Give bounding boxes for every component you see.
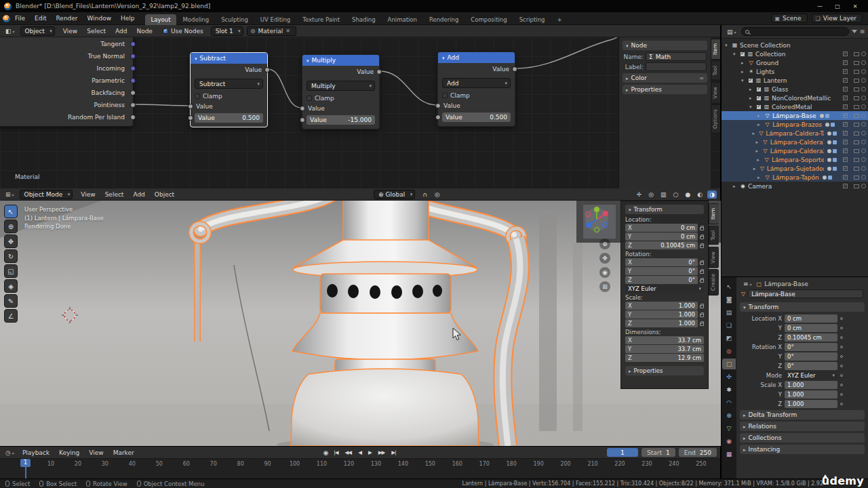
disable-render-icon[interactable] [861,140,866,144]
transport-button[interactable]: ◀◀ [344,449,353,456]
shading-icon[interactable]: ◑ [707,190,717,199]
disable-viewport-icon[interactable] [854,184,859,188]
row-label[interactable]: Lámpara-Soporte [772,157,824,163]
exclude-checkbox[interactable] [843,157,848,162]
row-label[interactable]: Lámpara-Tapón [772,174,819,181]
disable-viewport-icon[interactable] [854,114,859,118]
scale-field[interactable]: X1.000 [625,302,698,310]
presets-icon[interactable]: ≡ [699,75,704,81]
properties-tab[interactable]: ▤ [722,307,736,318]
workspace-tab[interactable]: Layout [145,14,177,25]
disable-viewport-icon[interactable] [854,79,859,83]
exclude-checkbox[interactable] [843,148,848,153]
transform-value-field[interactable]: 0° [785,362,837,370]
properties-tab[interactable]: ⊛ [722,410,736,421]
workspace-tab[interactable]: Compositing [465,14,513,25]
properties-tab[interactable]: ✣ [722,371,736,382]
disable-render-icon[interactable] [861,122,866,127]
shader-type-select[interactable]: Object [20,26,55,36]
lock-icon[interactable] [700,279,704,283]
animate-decorator[interactable] [840,346,843,348]
transform-value-field[interactable]: 1.000 [785,390,837,399]
value-output-socket[interactable] [264,67,270,73]
transport-button[interactable]: ▶| [390,449,397,456]
disable-viewport-icon[interactable] [854,131,859,136]
lock-icon[interactable] [700,262,704,265]
expand-caret-icon[interactable]: ▸ [757,175,762,180]
location-field[interactable]: X0 cm [625,224,698,232]
tool-button[interactable]: ⊕ [4,220,18,233]
math-node[interactable]: Add Value Add Clamp Value [437,52,515,127]
nav-button[interactable]: ⊞ [599,281,610,292]
shading-icon[interactable]: ✛ [635,190,644,199]
animate-decorator[interactable] [840,374,843,377]
use-nodes-checkbox[interactable]: Use Nodes [163,28,203,35]
node-name-field[interactable]: Σ Math [646,52,707,61]
node-canvas[interactable]: Tangent True Normal Incoming Par [0,37,720,188]
transform-orientation-select[interactable]: ⊕ Global [374,190,415,199]
collection-checkbox[interactable] [740,52,745,57]
start-frame-field[interactable]: Start 1 [642,448,675,457]
sidebar-tab[interactable]: Tool [711,61,720,81]
lock-icon[interactable] [700,236,704,239]
workspace-tab[interactable]: Animation [382,14,423,25]
output-socket[interactable] [130,66,136,71]
lock-icon[interactable] [700,314,704,317]
animate-decorator[interactable] [840,365,843,367]
outliner-row[interactable]: ▸ ▽ Lámpara-Caldera1 [722,138,868,146]
workspace-tab[interactable]: Texture Paint [296,14,346,25]
collapsed-panel-header[interactable]: Instancing [740,445,865,454]
sidebar-tab[interactable]: View [711,82,720,104]
filter-icon[interactable] [852,30,857,33]
transform-value-field[interactable]: 1.000 [785,381,837,389]
transform-value-field[interactable]: XYZ Euler [785,371,837,380]
object-name-field[interactable]: Lámpara-Base [748,289,863,298]
viewport-toggle-icon[interactable]: ∩ [420,190,429,199]
row-label[interactable]: Lámpara-Sujetadores [767,165,824,172]
outliner-row[interactable]: ▾ ▥ Lantern [722,76,868,85]
expand-caret-icon[interactable]: ▸ [757,113,762,119]
properties-tab[interactable]: ▽ [722,423,736,434]
view-layer-selector[interactable]: ❏ View Layer [812,14,863,23]
output-socket[interactable] [130,90,136,96]
collection-checkbox[interactable] [756,104,762,110]
disable-viewport-icon[interactable] [854,176,859,180]
properties-tab[interactable]: ▦ [722,449,736,460]
outliner-row[interactable]: ▸ ▽ Lámpara-Brazos [722,120,868,129]
sidebar-tab[interactable]: View [709,247,719,268]
editor-type-icon[interactable]: ▤ [725,28,738,35]
location-field[interactable]: Z0.10045 cm [625,241,698,249]
workspace-tab[interactable]: Sculpting [215,14,254,25]
tool-button[interactable]: ↻ [4,249,18,263]
topbar-menu[interactable]: Help [116,14,140,23]
row-label[interactable]: Lights [756,68,774,75]
clamp-checkbox[interactable]: Clamp [442,91,511,100]
exclude-checkbox[interactable] [843,104,848,109]
row-label[interactable]: Camera [748,183,772,190]
collection-checkbox[interactable] [756,87,762,92]
unlink-icon[interactable]: ✕ [285,28,290,34]
expand-caret-icon[interactable]: ▾ [749,104,754,110]
rotation-mode-select[interactable]: XYZ Euler [625,285,704,293]
outliner-row[interactable]: ▸ ▽ Ground [722,58,868,67]
collapsed-panel-header[interactable]: Collections [740,433,865,443]
disable-render-icon[interactable] [861,96,866,100]
timeline-menu[interactable]: Keying [54,448,84,458]
row-label[interactable]: Scene Collection [740,42,791,49]
viewport-canvas[interactable]: User Perspective(1) Lantern | Lámpara-Ba… [0,201,721,446]
disable-render-icon[interactable] [861,60,866,65]
disable-viewport-icon[interactable] [854,105,859,109]
disable-render-icon[interactable] [861,113,866,118]
expand-caret-icon[interactable]: ▾ [725,43,730,48]
expand-caret-icon[interactable]: ▸ [749,87,754,92]
sidebar-tab[interactable]: Item [711,39,720,60]
shading-icon[interactable]: ▥ [658,190,669,199]
shading-icon[interactable]: ◐ [695,190,705,199]
value-input-socket[interactable] [435,115,441,120]
expand-caret-icon[interactable]: ▸ [741,60,746,66]
scale-field[interactable]: Y1.000 [625,310,698,319]
tool-button[interactable]: ↖ [4,205,18,218]
shader-menu[interactable]: Add [111,26,132,36]
node-panel-header[interactable]: Node [623,41,707,50]
viewport-menu[interactable]: Select [100,190,129,199]
